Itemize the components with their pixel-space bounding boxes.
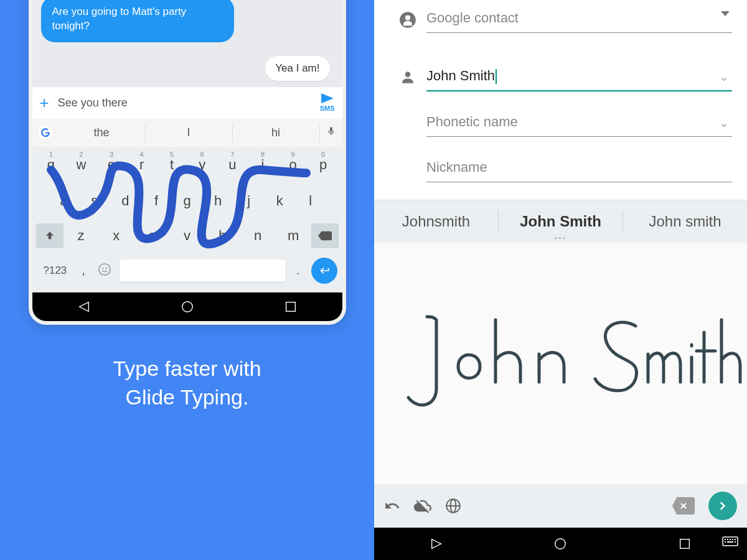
hw-suggestion-1[interactable]: Johnsmith bbox=[374, 210, 499, 233]
key-c[interactable]: c bbox=[134, 223, 169, 249]
svg-rect-12 bbox=[680, 539, 690, 549]
keyboard-toggle-icon[interactable] bbox=[722, 536, 738, 551]
handwriting-suggestion-row: Johnsmith John Smith John smith bbox=[374, 200, 747, 243]
svg-point-6 bbox=[405, 15, 410, 20]
key-k[interactable]: k bbox=[264, 187, 295, 215]
key-r[interactable]: 4r bbox=[126, 151, 157, 179]
key-s[interactable]: s bbox=[79, 187, 110, 215]
key-t[interactable]: 5t bbox=[157, 151, 187, 179]
key-x[interactable]: x bbox=[98, 223, 134, 249]
key-y[interactable]: 6y bbox=[187, 151, 217, 179]
svg-rect-17 bbox=[732, 539, 733, 540]
dropdown-caret-icon bbox=[721, 11, 730, 16]
nav-recent-icon[interactable] bbox=[284, 300, 298, 314]
key-row-1: 1q 2w 3e 4r 5t 6y 7u 8i 9o 0p bbox=[32, 147, 342, 183]
key-row-4: ?123 , . bbox=[32, 253, 342, 292]
phone-mockup: Are you going to Matt's party tonight? Y… bbox=[29, 0, 346, 325]
period-key[interactable]: . bbox=[290, 258, 306, 282]
key-f[interactable]: f bbox=[141, 187, 172, 215]
svg-rect-19 bbox=[725, 541, 726, 543]
send-button[interactable]: SMS bbox=[320, 93, 335, 112]
expand-chevron-icon[interactable]: ⌄ bbox=[719, 115, 730, 130]
shift-key[interactable] bbox=[36, 223, 63, 248]
undo-icon[interactable] bbox=[384, 498, 400, 514]
key-q[interactable]: 1q bbox=[36, 151, 67, 179]
name-value: John Smith bbox=[426, 68, 495, 83]
compose-row: + See you there SMS bbox=[32, 87, 342, 119]
comma-key[interactable]: , bbox=[78, 258, 89, 282]
android-navbar bbox=[32, 292, 342, 321]
cloud-off-icon[interactable] bbox=[414, 497, 431, 515]
qwerty-keyboard: 1q 2w 3e 4r 5t 6y 7u 8i 9o 0p a s d f g … bbox=[32, 147, 342, 292]
svg-point-1 bbox=[102, 268, 103, 269]
chat-area: Are you going to Matt's party tonight? Y… bbox=[32, 0, 342, 87]
incoming-message-bubble: Yea I am! bbox=[265, 56, 329, 81]
phonetic-placeholder: Phonetic name bbox=[426, 109, 732, 137]
backspace-key[interactable] bbox=[311, 223, 339, 248]
svg-rect-14 bbox=[725, 539, 726, 540]
key-b[interactable]: b bbox=[205, 223, 240, 249]
svg-point-7 bbox=[405, 72, 411, 77]
key-m[interactable]: m bbox=[276, 223, 311, 249]
google-logo-icon[interactable] bbox=[39, 126, 52, 139]
key-u[interactable]: 7u bbox=[217, 151, 248, 179]
key-j[interactable]: j bbox=[233, 187, 265, 215]
expand-chevron-icon[interactable]: ⌄ bbox=[719, 69, 730, 84]
nav-back-icon[interactable] bbox=[430, 537, 443, 551]
symbols-key[interactable]: ?123 bbox=[37, 259, 73, 282]
emoji-key[interactable] bbox=[94, 258, 115, 284]
nav-recent-icon[interactable] bbox=[678, 537, 692, 551]
contact-type-field[interactable]: Google contact bbox=[426, 5, 732, 33]
key-g[interactable]: g bbox=[172, 187, 203, 215]
key-h[interactable]: h bbox=[202, 187, 233, 215]
person-icon bbox=[389, 63, 426, 85]
svg-point-0 bbox=[99, 264, 110, 275]
key-i[interactable]: 8i bbox=[248, 151, 278, 179]
outgoing-message-bubble: Are you going to Matt's party tonight? bbox=[41, 0, 234, 42]
key-d[interactable]: d bbox=[110, 187, 141, 215]
hw-suggestion-2[interactable]: John Smith bbox=[499, 210, 623, 233]
key-row-3: z x c v b n m bbox=[32, 219, 342, 253]
key-l[interactable]: l bbox=[295, 187, 326, 215]
key-p[interactable]: 0p bbox=[308, 151, 339, 179]
key-e[interactable]: 3e bbox=[96, 151, 127, 179]
handwriting-input-area[interactable] bbox=[374, 243, 747, 484]
suggestion-3[interactable]: hi bbox=[233, 124, 320, 142]
hw-suggestion-3[interactable]: John smith bbox=[623, 210, 747, 233]
send-label: SMS bbox=[320, 105, 335, 112]
account-icon bbox=[389, 5, 426, 29]
phonetic-name-field[interactable]: Phonetic name ⌄ bbox=[426, 109, 732, 137]
key-row-2: a s d f g h j k l bbox=[32, 183, 342, 219]
hw-next-button[interactable] bbox=[708, 492, 737, 520]
nav-home-icon[interactable] bbox=[181, 300, 194, 314]
suggestion-1[interactable]: the bbox=[59, 124, 146, 142]
suggestion-2[interactable]: I bbox=[146, 124, 233, 142]
contact-form: Google contact John Smith ⌄ Phonetic nam… bbox=[374, 0, 747, 200]
handwritten-strokes bbox=[374, 243, 747, 484]
text-cursor bbox=[496, 69, 497, 84]
enter-key[interactable] bbox=[311, 258, 337, 284]
glide-typing-promo-panel: Are you going to Matt's party tonight? Y… bbox=[0, 0, 374, 560]
key-w[interactable]: 2w bbox=[66, 151, 96, 179]
key-a[interactable]: a bbox=[49, 187, 80, 215]
name-field[interactable]: John Smith ⌄ bbox=[426, 63, 732, 91]
contact-type-value: Google contact bbox=[426, 5, 732, 33]
nickname-placeholder: Nickname bbox=[426, 154, 732, 182]
key-v[interactable]: v bbox=[169, 223, 205, 249]
send-icon bbox=[321, 93, 334, 103]
nickname-field[interactable]: Nickname bbox=[426, 154, 732, 182]
add-attachment-icon[interactable]: + bbox=[40, 93, 49, 113]
globe-icon[interactable] bbox=[445, 498, 461, 514]
mic-icon[interactable] bbox=[326, 126, 336, 139]
svg-rect-4 bbox=[286, 302, 295, 312]
nav-home-icon[interactable] bbox=[553, 537, 567, 551]
svg-point-2 bbox=[106, 268, 107, 269]
svg-rect-20 bbox=[727, 541, 733, 543]
nav-back-icon[interactable] bbox=[77, 300, 91, 314]
compose-input[interactable]: See you there bbox=[58, 96, 320, 110]
key-z[interactable]: z bbox=[63, 223, 99, 249]
key-o[interactable]: 9o bbox=[278, 151, 308, 179]
key-n[interactable]: n bbox=[240, 223, 276, 249]
hw-backspace-icon[interactable] bbox=[672, 497, 695, 515]
spacebar-key[interactable] bbox=[120, 259, 285, 282]
